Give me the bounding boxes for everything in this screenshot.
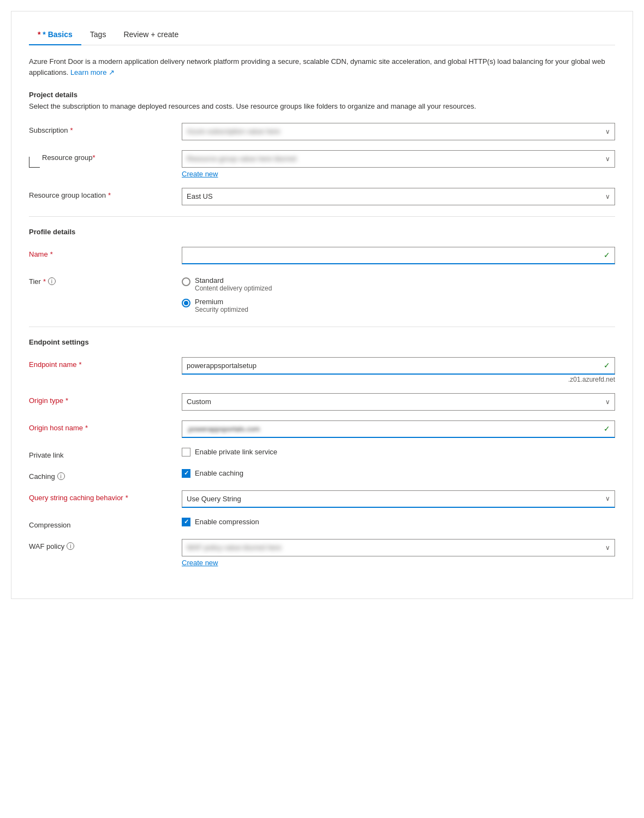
origin-type-chevron-icon: ∨ bbox=[605, 398, 615, 406]
waf-policy-chevron-icon: ∨ bbox=[605, 544, 615, 552]
name-input-wrapper: ✓ bbox=[182, 247, 615, 264]
tier-control: Standard Content delivery optimized Prem… bbox=[182, 274, 615, 316]
private-link-control: Enable private link service bbox=[182, 448, 615, 457]
endpoint-name-control: ✓ .z01.azurefd.net bbox=[182, 357, 615, 383]
query-string-caching-dropdown[interactable]: Use Query String ∨ bbox=[182, 490, 615, 508]
compression-control: Enable compression bbox=[182, 518, 615, 526]
subscription-label: Subscription * bbox=[29, 123, 182, 134]
query-string-caching-row: Query string caching behavior * Use Quer… bbox=[29, 490, 615, 508]
project-details-header: Project details bbox=[29, 91, 615, 99]
origin-host-name-label: Origin host name * bbox=[29, 420, 182, 432]
name-check-icon: ✓ bbox=[604, 251, 615, 259]
tier-premium-label: Premium bbox=[195, 298, 248, 306]
resource-group-location-control: East US ∨ bbox=[182, 188, 615, 205]
waf-policy-create-new-link[interactable]: Create new bbox=[182, 559, 218, 567]
tier-label: Tier * i bbox=[29, 274, 182, 286]
compression-checkbox-label: Enable compression bbox=[195, 518, 259, 526]
resource-group-location-chevron-icon: ∨ bbox=[605, 193, 615, 200]
indent-connector bbox=[29, 157, 40, 168]
query-string-caching-chevron-icon: ∨ bbox=[605, 495, 615, 502]
private-link-checkbox[interactable] bbox=[182, 448, 190, 457]
tier-premium-option[interactable]: Premium Security optimized bbox=[182, 295, 615, 316]
compression-checkbox[interactable] bbox=[182, 518, 190, 526]
compression-row: Compression Enable compression bbox=[29, 518, 615, 529]
caching-checkbox-label: Enable caching bbox=[195, 469, 243, 477]
tier-row: Tier * i Standard Content delivery optim… bbox=[29, 274, 615, 316]
caching-checkbox-item[interactable]: Enable caching bbox=[182, 469, 615, 478]
name-row: Name * ✓ bbox=[29, 247, 615, 264]
subscription-control: Azure subscription value here ∨ bbox=[182, 123, 615, 140]
project-details-section: Project details Select the subscription … bbox=[29, 91, 615, 112]
tier-standard-option[interactable]: Standard Content delivery optimized bbox=[182, 274, 615, 294]
learn-more-link[interactable]: Learn more ↗ bbox=[70, 68, 115, 76]
compression-checkbox-item[interactable]: Enable compression bbox=[182, 518, 615, 526]
caching-label: Caching i bbox=[29, 469, 182, 481]
tab-basics[interactable]: * * Basics bbox=[29, 25, 81, 45]
waf-policy-label: WAF policy i bbox=[29, 539, 182, 550]
tier-premium-sublabel: Security optimized bbox=[195, 306, 248, 313]
waf-policy-control: WAF policy value blurred here ∨ Create n… bbox=[182, 539, 615, 567]
tier-premium-radio[interactable] bbox=[182, 299, 190, 307]
origin-type-dropdown[interactable]: Custom ∨ bbox=[182, 393, 615, 411]
tier-info-icon[interactable]: i bbox=[48, 277, 56, 285]
section-divider-2 bbox=[29, 327, 615, 327]
endpoint-name-suffix: .z01.azurefd.net bbox=[182, 376, 615, 383]
subscription-dropdown[interactable]: Azure subscription value here ∨ bbox=[182, 123, 615, 140]
origin-type-control: Custom ∨ bbox=[182, 393, 615, 411]
waf-policy-dropdown[interactable]: WAF policy value blurred here ∨ bbox=[182, 539, 615, 556]
caching-control: Enable caching bbox=[182, 469, 615, 478]
section-divider-1 bbox=[29, 216, 615, 217]
tier-standard-label: Standard bbox=[195, 276, 272, 284]
subscription-row: Subscription * Azure subscription value … bbox=[29, 123, 615, 140]
origin-host-name-input-wrapper: ✓ bbox=[182, 420, 615, 438]
page-container: * * Basics Tags Review + create Azure Fr… bbox=[11, 11, 633, 599]
origin-host-name-control: ✓ bbox=[182, 420, 615, 438]
resource-group-control: Resource group value here blurred ∨ Crea… bbox=[182, 150, 615, 178]
page-description: Azure Front Door is a modern application… bbox=[29, 56, 615, 78]
query-string-caching-control: Use Query String ∨ bbox=[182, 490, 615, 508]
waf-policy-value: WAF policy value blurred here bbox=[182, 543, 605, 552]
endpoint-name-input[interactable] bbox=[182, 358, 604, 374]
endpoint-settings-header: Endpoint settings bbox=[29, 338, 615, 346]
tier-standard-radio[interactable] bbox=[182, 277, 190, 286]
endpoint-name-label: Endpoint name * bbox=[29, 357, 182, 369]
resource-group-location-value: East US bbox=[182, 192, 605, 200]
tier-standard-sublabel: Content delivery optimized bbox=[195, 284, 272, 292]
resource-group-dropdown[interactable]: Resource group value here blurred ∨ bbox=[182, 150, 615, 168]
name-input[interactable] bbox=[182, 247, 604, 263]
endpoint-name-input-wrapper: ✓ bbox=[182, 357, 615, 375]
tier-radio-group: Standard Content delivery optimized Prem… bbox=[182, 274, 615, 316]
resource-group-location-label: Resource group location * bbox=[29, 188, 182, 199]
origin-host-name-check-icon: ✓ bbox=[604, 424, 615, 433]
tabs-bar: * * Basics Tags Review + create bbox=[29, 25, 615, 45]
subscription-chevron-icon: ∨ bbox=[605, 128, 615, 135]
name-label: Name * bbox=[29, 247, 182, 258]
name-control: ✓ bbox=[182, 247, 615, 264]
private-link-checkbox-label: Enable private link service bbox=[195, 448, 277, 456]
resource-group-chevron-icon: ∨ bbox=[605, 155, 615, 163]
origin-type-row: Origin type * Custom ∨ bbox=[29, 393, 615, 411]
resource-group-location-dropdown[interactable]: East US ∨ bbox=[182, 188, 615, 205]
private-link-checkbox-item[interactable]: Enable private link service bbox=[182, 448, 615, 457]
endpoint-name-row: Endpoint name * ✓ .z01.azurefd.net bbox=[29, 357, 615, 383]
private-link-label: Private link bbox=[29, 448, 182, 459]
resource-group-label: Resource group * bbox=[29, 150, 182, 168]
tab-review-create[interactable]: Review + create bbox=[115, 25, 187, 45]
caching-checkbox[interactable] bbox=[182, 469, 190, 478]
subscription-value: Azure subscription value here bbox=[182, 127, 605, 135]
resource-group-value: Resource group value here blurred bbox=[182, 155, 605, 163]
private-link-row: Private link Enable private link service bbox=[29, 448, 615, 459]
query-string-caching-value: Use Query String bbox=[182, 495, 605, 503]
waf-policy-row: WAF policy i WAF policy value blurred he… bbox=[29, 539, 615, 567]
caching-info-icon[interactable]: i bbox=[57, 472, 65, 480]
caching-row: Caching i Enable caching bbox=[29, 469, 615, 481]
compression-label: Compression bbox=[29, 518, 182, 529]
origin-host-name-input[interactable] bbox=[182, 421, 604, 437]
query-string-caching-label: Query string caching behavior * bbox=[29, 490, 182, 502]
origin-type-label: Origin type * bbox=[29, 393, 182, 405]
resource-group-create-new-link[interactable]: Create new bbox=[182, 170, 218, 178]
resource-group-row: Resource group * Resource group value he… bbox=[29, 150, 615, 178]
waf-policy-info-icon[interactable]: i bbox=[67, 542, 74, 550]
endpoint-name-check-icon: ✓ bbox=[604, 361, 615, 370]
tab-tags[interactable]: Tags bbox=[81, 25, 115, 45]
